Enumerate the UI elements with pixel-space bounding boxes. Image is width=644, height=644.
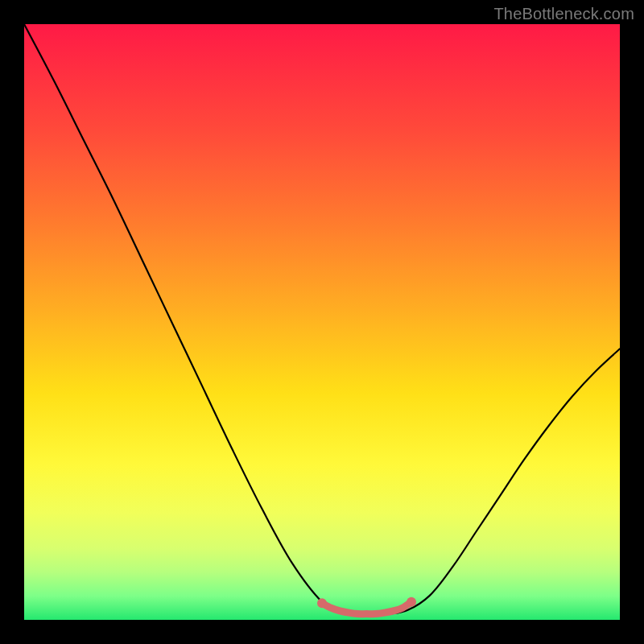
chart-frame: TheBottleneck.com	[0, 0, 644, 644]
chart-svg	[24, 24, 620, 620]
marker-dot	[407, 597, 416, 607]
min-region-markers	[322, 602, 411, 614]
marker-dot	[317, 598, 327, 608]
watermark-text: TheBottleneck.com	[493, 5, 634, 23]
bottleneck-curve	[24, 24, 620, 614]
chart-plot-area	[24, 24, 620, 620]
